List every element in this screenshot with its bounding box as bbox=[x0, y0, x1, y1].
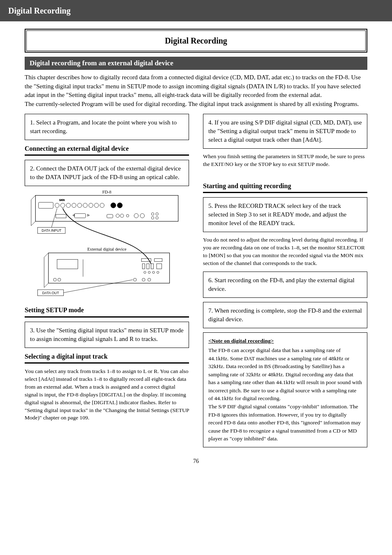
step-5-box: 5. Press the RECORD TRACK select key of … bbox=[203, 197, 367, 232]
svg-rect-34 bbox=[154, 259, 162, 262]
start-quit-heading: Starting and quitting recording bbox=[203, 182, 367, 193]
svg-point-4 bbox=[66, 203, 71, 208]
svg-point-45 bbox=[134, 278, 136, 281]
page-number: 76 bbox=[25, 457, 367, 465]
svg-point-10 bbox=[100, 203, 104, 208]
note-box-body: The FD-8 can accept digital data that ha… bbox=[208, 346, 362, 443]
svg-point-39 bbox=[144, 272, 146, 274]
step-7-box: 7. When recording is complete, stop the … bbox=[203, 302, 367, 328]
note-paragraph-1: You can select any track from tracks 1–8… bbox=[25, 368, 189, 422]
svg-rect-31 bbox=[57, 260, 78, 269]
digital-input-track-heading: Selecting a digital input track bbox=[25, 352, 189, 364]
svg-rect-30 bbox=[48, 253, 170, 283]
diagram-fd8-label: FD-8 bbox=[102, 190, 111, 194]
content-area: Digital Recording Digital recording from… bbox=[0, 29, 392, 481]
step-1-box: 1. Select a Program, and locate the poin… bbox=[25, 114, 189, 140]
svg-point-6 bbox=[77, 203, 82, 208]
step-3-box: 3. Use the "Setting digital input tracks… bbox=[25, 322, 189, 348]
step-2-box: 2. Connect the DATA OUT jack of the exte… bbox=[25, 160, 189, 186]
svg-rect-18 bbox=[107, 214, 113, 218]
left-column: 1. Select a Program, and locate the poin… bbox=[25, 114, 189, 426]
header-left: Digital Recording bbox=[8, 5, 71, 16]
connecting-heading: Connecting an external digital device bbox=[25, 144, 189, 156]
svg-rect-35 bbox=[142, 264, 145, 269]
svg-text:◄: ◄ bbox=[72, 213, 75, 217]
svg-point-44 bbox=[58, 278, 61, 281]
after-step-4-note: When you finish setting the parameters i… bbox=[203, 153, 367, 168]
svg-line-49 bbox=[64, 280, 133, 293]
svg-point-25 bbox=[156, 213, 158, 215]
setup-mode-heading: Setting SETUP mode bbox=[25, 306, 189, 317]
svg-point-2 bbox=[55, 203, 60, 208]
svg-rect-15 bbox=[74, 214, 85, 218]
svg-point-42 bbox=[157, 272, 159, 274]
svg-text:DATA: DATA bbox=[59, 199, 65, 202]
svg-point-40 bbox=[148, 272, 150, 274]
svg-point-21 bbox=[126, 214, 129, 217]
svg-point-22 bbox=[134, 214, 138, 218]
after-step-5-note: You do not need to adjust the recording … bbox=[203, 236, 367, 267]
note-box-title: <Note on digital recording> bbox=[208, 337, 362, 345]
step-4-box: 4. If you are using S/P DIF digital sign… bbox=[203, 114, 367, 149]
diagram-data-input-label: DATA INPUT bbox=[42, 228, 61, 233]
page-header: Digital Recording bbox=[0, 0, 392, 21]
svg-point-20 bbox=[120, 214, 124, 217]
svg-point-23 bbox=[140, 214, 145, 218]
title-box-outer: Digital Recording bbox=[25, 29, 367, 53]
title-box-inner: Digital Recording bbox=[26, 30, 366, 51]
note-box: <Note on digital recording> The FD-8 can… bbox=[203, 332, 367, 447]
svg-rect-36 bbox=[147, 264, 149, 269]
intro-paragraph: This chapter describes how to digitally … bbox=[25, 73, 367, 109]
svg-text:►: ► bbox=[87, 213, 90, 217]
connection-diagram: FD-8 DATA bbox=[25, 190, 189, 298]
svg-point-11 bbox=[111, 203, 116, 208]
step-6-box: 6. Start recording on the FD-8, and play… bbox=[203, 272, 367, 298]
diagram-data-out-label: DATA OUT bbox=[42, 291, 59, 295]
two-column-layout: 1. Select a Program, and locate the poin… bbox=[25, 114, 367, 447]
svg-rect-14 bbox=[56, 214, 66, 218]
svg-point-47 bbox=[148, 278, 150, 281]
svg-rect-1 bbox=[39, 203, 53, 209]
svg-point-46 bbox=[142, 278, 145, 281]
svg-rect-38 bbox=[157, 264, 162, 269]
svg-point-24 bbox=[151, 213, 154, 215]
svg-point-3 bbox=[60, 203, 65, 208]
svg-point-5 bbox=[72, 203, 76, 208]
svg-point-8 bbox=[89, 203, 93, 208]
svg-point-12 bbox=[117, 203, 122, 208]
section-bar: Digital recording from an external digit… bbox=[25, 57, 367, 70]
svg-point-43 bbox=[53, 278, 56, 281]
svg-point-41 bbox=[152, 272, 154, 274]
diagram-external-label: External digital device bbox=[87, 247, 127, 252]
svg-point-9 bbox=[94, 203, 99, 208]
svg-rect-37 bbox=[151, 264, 153, 269]
right-column: 4. If you are using S/P DIF digital sign… bbox=[203, 114, 367, 447]
svg-point-26 bbox=[151, 216, 154, 219]
svg-point-19 bbox=[116, 214, 119, 217]
svg-point-27 bbox=[156, 216, 158, 219]
svg-point-7 bbox=[83, 203, 88, 208]
